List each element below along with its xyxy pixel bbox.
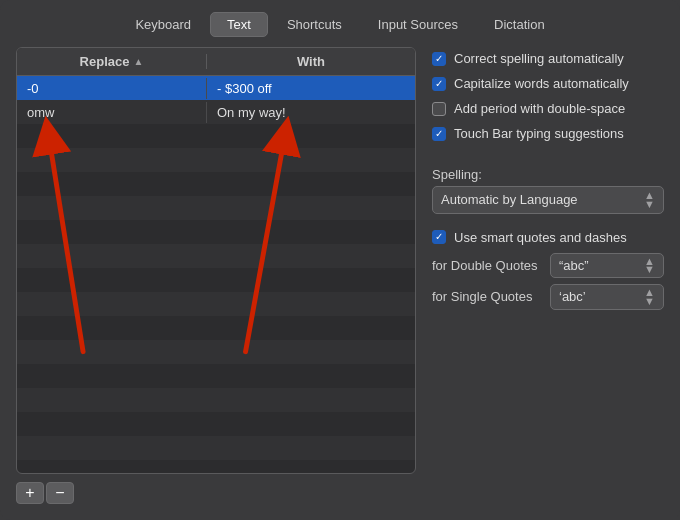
table-row-empty (17, 220, 415, 244)
table-row-empty (17, 388, 415, 412)
table-row[interactable]: -0 - $300 off (17, 76, 415, 100)
checkbox-correct-spelling[interactable]: ✓ Correct spelling automatically (432, 49, 664, 68)
spelling-label: Spelling: (432, 167, 664, 182)
spelling-section: Spelling: Automatic by Language ▲ ▼ (432, 159, 664, 214)
tab-bar: Keyboard Text Shortcuts Input Sources Di… (0, 0, 680, 47)
tab-shortcuts[interactable]: Shortcuts (270, 12, 359, 37)
table-row-empty (17, 412, 415, 436)
tab-text[interactable]: Text (210, 12, 268, 37)
checkbox-capitalize-input[interactable]: ✓ (432, 77, 446, 91)
table-row-empty (17, 124, 415, 148)
cell-replace: omw (17, 102, 207, 123)
table-row-empty (17, 244, 415, 268)
double-quotes-dropdown[interactable]: “abc” ▲ ▼ (550, 253, 664, 279)
table-header: Replace ▲ With (17, 48, 415, 76)
double-quotes-label: for Double Quotes (432, 258, 542, 273)
cell-replace: -0 (17, 78, 207, 99)
cell-with: - $300 off (207, 78, 415, 99)
table-row-empty (17, 292, 415, 316)
single-quotes-value: ‘abc’ (559, 289, 586, 304)
checkmark-icon: ✓ (435, 54, 443, 64)
dropdown-arrows-icon: ▲ ▼ (644, 288, 655, 306)
table-row-empty (17, 340, 415, 364)
keyboard-preferences-window: Keyboard Text Shortcuts Input Sources Di… (0, 0, 680, 520)
checkbox-period-input[interactable] (432, 102, 446, 116)
remove-button[interactable]: − (46, 482, 74, 504)
checkbox-smart-quotes-input[interactable]: ✓ (432, 230, 446, 244)
dropdown-arrows-icon: ▲ ▼ (644, 257, 655, 275)
checkbox-touch-bar-input[interactable]: ✓ (432, 127, 446, 141)
single-quotes-dropdown[interactable]: ‘abc’ ▲ ▼ (550, 284, 664, 310)
table-row-empty (17, 268, 415, 292)
checkbox-correct-spelling-input[interactable]: ✓ (432, 52, 446, 66)
checkbox-touch-bar[interactable]: ✓ Touch Bar typing suggestions (432, 124, 664, 143)
period-label: Add period with double-space (454, 101, 625, 116)
double-quotes-value: “abc” (559, 258, 589, 273)
smart-quotes-section: ✓ Use smart quotes and dashes for Double… (432, 228, 664, 310)
tab-dictation[interactable]: Dictation (477, 12, 562, 37)
table-row-empty (17, 364, 415, 388)
checkmark-icon: ✓ (435, 232, 443, 242)
smart-quotes-label: Use smart quotes and dashes (454, 230, 627, 245)
text-replacement-table[interactable]: Replace ▲ With -0 - $300 off omw On (16, 47, 416, 474)
cell-with: On my way! (207, 102, 415, 123)
checkmark-icon: ✓ (435, 129, 443, 139)
table-row[interactable]: omw On my way! (17, 100, 415, 124)
capitalize-label: Capitalize words automatically (454, 76, 629, 91)
correct-spelling-label: Correct spelling automatically (454, 51, 624, 66)
spelling-dropdown-value: Automatic by Language (441, 192, 578, 207)
add-button[interactable]: + (16, 482, 44, 504)
sort-arrow-icon: ▲ (133, 56, 143, 67)
table-row-empty (17, 436, 415, 460)
main-content: Replace ▲ With -0 - $300 off omw On (0, 47, 680, 520)
right-panel: ✓ Correct spelling automatically ✓ Capit… (432, 47, 664, 504)
spelling-dropdown[interactable]: Automatic by Language ▲ ▼ (432, 186, 664, 214)
single-quotes-row: for Single Quotes ‘abc’ ▲ ▼ (432, 284, 664, 310)
left-panel: Replace ▲ With -0 - $300 off omw On (16, 47, 416, 504)
column-replace-header: Replace ▲ (17, 54, 207, 69)
table-row-empty (17, 316, 415, 340)
checkbox-period[interactable]: Add period with double-space (432, 99, 664, 118)
bottom-buttons: + − (16, 482, 416, 504)
touch-bar-label: Touch Bar typing suggestions (454, 126, 624, 141)
tab-input-sources[interactable]: Input Sources (361, 12, 475, 37)
table-row-empty (17, 172, 415, 196)
table-row-empty (17, 148, 415, 172)
checkbox-capitalize[interactable]: ✓ Capitalize words automatically (432, 74, 664, 93)
table-row-empty (17, 196, 415, 220)
column-with-header: With (207, 54, 415, 69)
checkbox-smart-quotes[interactable]: ✓ Use smart quotes and dashes (432, 228, 664, 247)
checkmark-icon: ✓ (435, 79, 443, 89)
double-quotes-row: for Double Quotes “abc” ▲ ▼ (432, 253, 664, 279)
tab-keyboard[interactable]: Keyboard (118, 12, 208, 37)
table-body: -0 - $300 off omw On my way! (17, 76, 415, 460)
dropdown-arrows-icon: ▲ ▼ (644, 191, 655, 209)
single-quotes-label: for Single Quotes (432, 289, 542, 304)
spelling-dropdown-container: Automatic by Language ▲ ▼ (432, 186, 664, 214)
